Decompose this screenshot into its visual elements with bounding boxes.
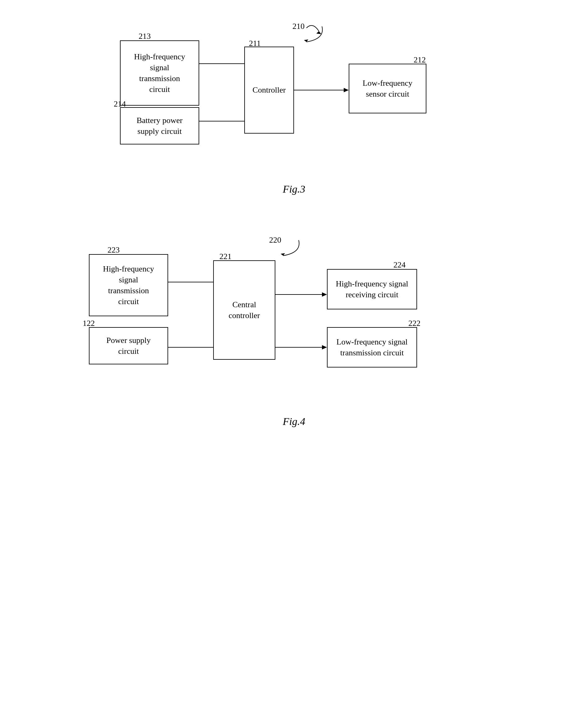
fig4-central-controller-box: Central controller <box>213 260 275 360</box>
fig3-battery-ref: 214 <box>114 100 126 109</box>
fig4-diagram: 220 High-frequency signal transmission c… <box>77 232 511 406</box>
svg-marker-9 <box>322 292 327 297</box>
fig4-power-supply-ref: 122 <box>83 319 95 328</box>
fig4-caption: Fig.4 <box>283 416 306 428</box>
fig4-hf-transmission-ref: 223 <box>107 245 120 255</box>
fig4-arrow-220 <box>274 237 311 262</box>
fig3-lf-sensor-box: Low-frequency sensor circuit <box>349 64 426 113</box>
fig4-lf-transmission-box: Low-frequency signal transmission circui… <box>327 327 417 367</box>
fig3-diagram: 210 High-frequency signal transmission c… <box>107 19 481 174</box>
fig4-hf-transmission-box: High-frequency signal transmission circu… <box>89 254 168 316</box>
fig4-power-supply-box: Power supply circuit <box>89 327 168 364</box>
fig4-central-controller-ref: 221 <box>219 252 232 261</box>
fig3-controller-ref: 211 <box>249 39 261 48</box>
fig4-hf-receiving-box: High-frequency signal receiving circuit <box>327 269 417 309</box>
fig3-hf-ref: 213 <box>139 32 151 41</box>
svg-marker-11 <box>322 345 327 349</box>
fig3-controller-box: Controller <box>244 47 294 134</box>
fig3-section: 210 High-frequency signal transmission c… <box>0 0 588 214</box>
fig3-arrow-210 <box>297 23 334 48</box>
fig4-hf-receiving-ref: 224 <box>394 260 405 269</box>
fig3-caption: Fig.3 <box>283 183 306 195</box>
fig4-lf-transmission-ref: 222 <box>408 319 420 328</box>
page: 210 High-frequency signal transmission c… <box>0 0 588 712</box>
fig3-hf-transmission-box: High-frequency signal transmission circu… <box>120 40 199 106</box>
fig4-section: 220 High-frequency signal transmission c… <box>0 214 588 446</box>
fig3-battery-box: Battery power supply circuit <box>120 107 199 145</box>
svg-marker-3 <box>344 88 349 92</box>
fig3-lf-ref: 212 <box>414 55 426 65</box>
